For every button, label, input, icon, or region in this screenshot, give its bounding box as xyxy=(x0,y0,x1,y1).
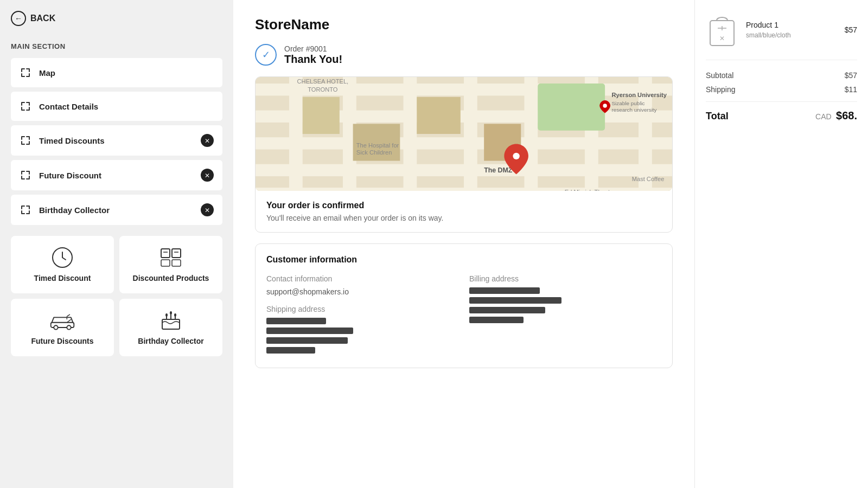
cake-icon xyxy=(157,310,184,331)
sidebar-item-birthday-collector[interactable]: Birthday Collector xyxy=(11,195,222,225)
expand-icon xyxy=(20,67,31,79)
svg-text:Sizable public: Sizable public xyxy=(612,100,645,106)
billing-line-4 xyxy=(469,317,524,323)
remove-timed-discounts-button[interactable] xyxy=(201,134,214,147)
shipping-row: Shipping $11 xyxy=(706,85,857,94)
customer-info-title: Customer information xyxy=(266,255,661,265)
svg-text:Sick Children: Sick Children xyxy=(356,149,392,156)
right-panel: ✕ Product 1 small/blue/cloth $57 Subtota… xyxy=(694,0,868,488)
nav-items: Map Contact Details Timed Di xyxy=(11,58,222,225)
svg-text:The DMZ: The DMZ xyxy=(484,166,513,174)
total-row: Total CAD $68. xyxy=(706,110,857,122)
svg-point-17 xyxy=(170,311,172,314)
back-label: BACK xyxy=(30,14,55,23)
expand-icon-4 xyxy=(20,169,31,181)
svg-rect-34 xyxy=(303,97,340,134)
subtotal-label: Subtotal xyxy=(706,71,733,80)
widget-timed-discount-label: Timed Discount xyxy=(34,274,91,282)
shipping-value: $11 xyxy=(845,85,857,94)
shipping-address-label: Shipping address xyxy=(266,305,458,313)
contact-email: support@shopmakers.io xyxy=(266,287,458,296)
billing-line-1 xyxy=(469,287,540,294)
svg-point-9 xyxy=(67,325,71,329)
svg-rect-19 xyxy=(162,319,180,329)
svg-rect-26 xyxy=(289,77,303,191)
widget-discounted-products[interactable]: Discounted Products xyxy=(119,236,222,293)
contact-info-label: Contact information xyxy=(266,274,458,283)
back-button[interactable]: ← BACK xyxy=(11,11,222,26)
billing-line-3 xyxy=(469,307,545,313)
total-amount: $68. xyxy=(836,110,857,121)
svg-point-18 xyxy=(174,313,176,317)
shipping-line-3 xyxy=(266,337,348,344)
order-header: ✓ Order #9001 Thank You! xyxy=(255,44,673,66)
order-confirmed-card: CHELSEA HOTEL, TORONTO Ryerson Universit… xyxy=(255,76,673,233)
billing-address-label: Billing address xyxy=(469,274,661,283)
sidebar-item-map[interactable]: Map xyxy=(11,58,222,87)
svg-text:Ed Mirvish Theatre: Ed Mirvish Theatre xyxy=(565,189,615,191)
subtotal-row: Subtotal $57 xyxy=(706,71,857,80)
thank-you: Thank You! xyxy=(284,53,342,66)
confirmed-title: Your order is confirmed xyxy=(266,201,661,210)
expand-icon-3 xyxy=(20,134,31,146)
svg-rect-1 xyxy=(161,249,170,258)
sidebar-item-birthday-label: Birthday Collector xyxy=(39,206,110,215)
svg-text:CHELSEA HOTEL,: CHELSEA HOTEL, xyxy=(297,78,349,85)
svg-rect-28 xyxy=(404,77,417,191)
shipping-line-4 xyxy=(266,347,315,354)
map-container: CHELSEA HOTEL, TORONTO Ryerson Universit… xyxy=(256,77,672,191)
svg-text:TORONTO: TORONTO xyxy=(308,86,338,93)
widget-discounted-products-label: Discounted Products xyxy=(133,274,209,282)
product-name: Product 1 xyxy=(746,21,837,29)
order-number: Order #9001 xyxy=(284,44,342,53)
product-row: ✕ Product 1 small/blue/cloth $57 xyxy=(706,11,857,60)
billing-address-section: Billing address xyxy=(469,274,661,357)
widget-birthday-collector-label: Birthday Collector xyxy=(138,337,203,345)
clock-icon xyxy=(49,247,76,268)
totals-divider xyxy=(706,101,857,102)
expand-icon-5 xyxy=(20,204,31,216)
billing-line-2 xyxy=(469,297,561,304)
svg-point-8 xyxy=(54,325,58,329)
widget-future-discounts-label: Future Discounts xyxy=(31,337,93,345)
sidebar-item-timed-discounts[interactable]: Timed Discounts xyxy=(11,125,222,156)
order-check-icon: ✓ xyxy=(255,44,277,66)
sidebar-item-contact-details[interactable]: Contact Details xyxy=(11,92,222,121)
product-variant: small/blue/cloth xyxy=(746,31,837,39)
customer-info-card: Customer information Contact information… xyxy=(255,243,673,368)
svg-text:Ryerson University: Ryerson University xyxy=(612,92,667,98)
svg-text:Mast Coffee: Mast Coffee xyxy=(632,176,665,182)
sidebar-item-timed-label: Timed Discounts xyxy=(39,136,105,145)
remove-birthday-button[interactable] xyxy=(201,203,214,216)
store-name: StoreName xyxy=(255,16,673,33)
svg-rect-3 xyxy=(161,260,170,266)
expand-icon-2 xyxy=(20,100,31,112)
tag-icon xyxy=(157,247,184,268)
widget-future-discounts[interactable]: Future Discounts xyxy=(11,299,114,356)
widget-timed-discount[interactable]: Timed Discount xyxy=(11,236,114,293)
svg-rect-33 xyxy=(538,84,605,131)
widget-birthday-collector[interactable]: Birthday Collector xyxy=(119,299,222,356)
product-price: $57 xyxy=(845,25,857,34)
main-content: StoreName ✓ Order #9001 Thank You! xyxy=(233,0,694,488)
svg-text:The Hospital for: The Hospital for xyxy=(356,142,399,149)
svg-text:✕: ✕ xyxy=(719,35,725,42)
back-icon: ← xyxy=(11,11,26,26)
confirmed-sub: You'll receive an email when your order … xyxy=(266,214,661,222)
contact-info-section: Contact information support@shopmakers.i… xyxy=(266,274,458,357)
product-bag-icon: ✕ xyxy=(706,11,738,49)
sidebar-item-contact-label: Contact Details xyxy=(39,102,98,111)
svg-rect-2 xyxy=(172,249,181,258)
svg-rect-4 xyxy=(172,260,181,266)
total-label: Total xyxy=(706,111,729,122)
svg-rect-36 xyxy=(417,97,461,134)
shipping-line-2 xyxy=(266,328,353,334)
shipping-label: Shipping xyxy=(706,85,736,94)
sidebar: ← BACK MAIN SECTION Map Co xyxy=(0,0,233,488)
sidebar-item-future-label: Future Discount xyxy=(39,171,101,180)
sidebar-item-future-discount[interactable]: Future Discount xyxy=(11,160,222,190)
svg-rect-29 xyxy=(464,77,477,191)
totals-section: Subtotal $57 Shipping $11 Total CAD $68. xyxy=(706,71,857,122)
svg-point-49 xyxy=(513,153,519,159)
remove-future-discount-button[interactable] xyxy=(201,169,214,182)
